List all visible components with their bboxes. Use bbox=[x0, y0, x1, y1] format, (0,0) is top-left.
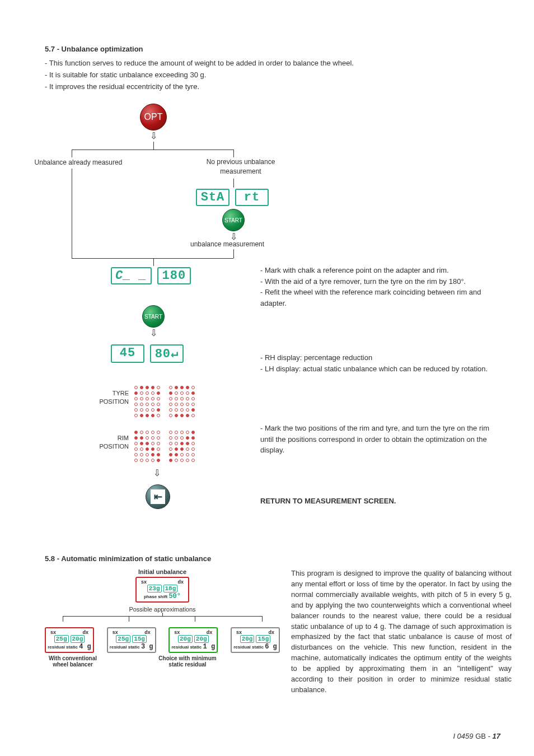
possible-approx-label: Possible approximations bbox=[45, 606, 280, 613]
caption-minimum-1: Choice with minimum bbox=[146, 655, 229, 661]
arrow-down-icon: ⇩ bbox=[142, 328, 165, 338]
dot-matrix-tyre bbox=[134, 386, 196, 418]
section-5-7-title: 5.7 - Unbalance optimization bbox=[45, 45, 512, 53]
return-button: ⇤ bbox=[146, 484, 170, 509]
arrow-down-icon: ⇩ bbox=[140, 130, 167, 141]
approx-panel-3: sxdx 20g 20g residual static 1 g bbox=[168, 627, 218, 653]
init-sx-value: 23g bbox=[147, 585, 162, 592]
rim-position-label: RIM POSITION bbox=[90, 434, 129, 450]
section-5-8-paragraph: This program is designed to improve the … bbox=[291, 568, 512, 695]
init-dx-value: 18g bbox=[163, 585, 178, 592]
unbalance-measurement-label: unbalance measurement bbox=[190, 240, 264, 248]
bullet: - It improves the residual eccentricity … bbox=[45, 81, 512, 93]
initial-unbalance-label: Initial unbalance bbox=[45, 568, 280, 575]
side-text-c: - Mark the two positions of the rim and … bbox=[260, 423, 495, 456]
caption-conventional-1: With conventional bbox=[45, 655, 101, 661]
dot-matrix-rim bbox=[134, 431, 196, 463]
display-45: 45 bbox=[111, 344, 144, 363]
display-rt: rt bbox=[235, 189, 269, 206]
arrow-down-icon: ⇩ bbox=[153, 468, 161, 478]
bullet: - It is suitable for static unbalance ex… bbox=[45, 69, 512, 81]
initial-panel: sxdx 23g 18g phase shift 50° bbox=[135, 577, 189, 603]
display-sta: StA bbox=[196, 189, 229, 206]
branch-left-label: Unbalance already measured bbox=[22, 158, 134, 166]
caption-conventional-2: wheel balancer bbox=[45, 661, 101, 668]
return-label: RETURN TO MEASUREMENT SCREEN. bbox=[260, 496, 396, 507]
approx-panel-2: sxdx 25g 15g residual static 3 g bbox=[107, 627, 156, 653]
start-button: START bbox=[222, 209, 245, 231]
bullet: - This function serves to reduce the amo… bbox=[45, 58, 512, 69]
flowchart: OPT ⇩ Unbalance already measured No prev… bbox=[45, 104, 512, 546]
branch-right-label: No previous unbalance measurement bbox=[190, 157, 291, 176]
display-180: 180 bbox=[157, 267, 191, 284]
caption-minimum-2: static residual bbox=[146, 661, 229, 668]
diagram-5-8: Initial unbalance sxdx 23g 18g phase shi… bbox=[45, 568, 280, 695]
opt-button: OPT bbox=[140, 104, 167, 130]
start-button: START bbox=[142, 305, 165, 328]
approx-panel-1: sxdx 25g 20g residual static 4 g bbox=[45, 627, 94, 653]
approx-panel-4: sxdx 20g 15g residual static 6 g bbox=[231, 627, 280, 653]
side-text-b: - RH display: percentage reduction - LH … bbox=[260, 352, 495, 374]
display-80: 80↵ bbox=[150, 344, 184, 363]
page-footer: I 0459 GB - 17 bbox=[453, 732, 500, 740]
section-5-7-bullets: - This function serves to reduce the amo… bbox=[45, 58, 512, 92]
section-5-8-title: 5.8 - Automatic minimization of static u… bbox=[45, 554, 512, 563]
tyre-position-label: TYRE POSITION bbox=[90, 389, 129, 405]
display-c: C_ _ bbox=[111, 267, 152, 284]
return-icon: ⇤ bbox=[151, 489, 165, 504]
side-text-a: - Mark with chalk a reference point on t… bbox=[260, 265, 495, 309]
